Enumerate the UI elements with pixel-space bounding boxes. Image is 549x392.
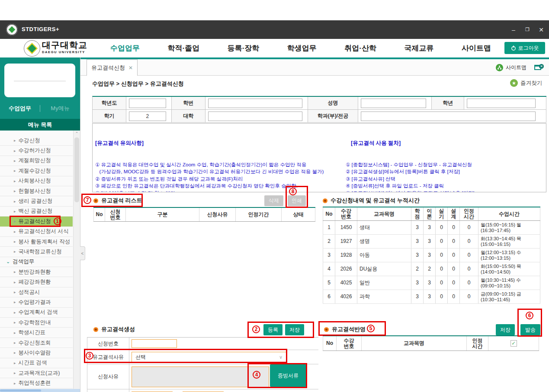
reason-label: 신청사유	[87, 364, 129, 389]
table-row[interactable]: 31928아동33000월(12:00~13:15) 수(12:00~13:15…	[323, 249, 540, 262]
close-all-tabs-icon[interactable]: ✕	[534, 64, 544, 71]
close-button[interactable]: ✕	[538, 26, 545, 33]
table-row[interactable]: 54025일반33000월(10:30~11:45) 수(09:00~10:15…	[323, 276, 540, 290]
sidebar-tab-work[interactable]: 수업업무	[0, 105, 40, 112]
nav-item-7[interactable]: 사이트맵	[462, 43, 491, 53]
nav-item-1[interactable]: 수업업무	[110, 43, 140, 53]
sidebar-item-label: 성적공시	[19, 289, 40, 296]
logout-button[interactable]: 로그아웃	[504, 42, 545, 54]
save-create-button[interactable]: 저장	[285, 324, 304, 335]
table-cell: 3	[411, 290, 424, 303]
minimize-button[interactable]: –	[510, 26, 517, 33]
favorites-label: 즐겨찾기	[520, 80, 542, 87]
favorites-button[interactable]: ★ 즐겨찾기	[510, 79, 542, 87]
select-all-column[interactable]: ✓	[488, 336, 539, 351]
sidebar-item-19[interactable]: ▸수강학점안내	[0, 318, 73, 328]
sidebar-item-23[interactable]: ▸시간표 검색	[0, 358, 73, 368]
nav-item-3[interactable]: 등록·장학	[228, 43, 260, 53]
maximize-button[interactable]: ❐	[524, 27, 531, 32]
name-input[interactable]	[361, 99, 426, 108]
table-cell: 0	[460, 249, 478, 262]
sidebar-item-13[interactable]: ⌄검색업무	[0, 257, 73, 267]
sidebar-item-2[interactable]: ▸수강허가신청	[0, 146, 73, 156]
reason-textarea[interactable]	[132, 367, 269, 387]
power-icon	[511, 45, 516, 51]
table-row[interactable]: 42026DU실용22000화(15:00~15:50) 목(14:00~14:…	[323, 262, 540, 276]
table-cell: 일반	[357, 276, 411, 290]
sidebar-item-11[interactable]: ▸봉사 활동계획서 작성	[0, 237, 73, 247]
department-input[interactable]	[361, 112, 536, 121]
sidebar-item-14[interactable]: ▸분반강좌현황	[0, 267, 73, 277]
notice-precautions-title: [유고결석 유의사항]	[95, 140, 344, 147]
tab-absence-application[interactable]: 유고결석신청 ✕	[87, 59, 138, 76]
university-logo[interactable]: 대구대학교 DAEGU UNIVERSITY	[42, 41, 87, 54]
column-header: 수강 번호	[335, 207, 357, 220]
annotation-circle-8: 8	[289, 188, 297, 195]
sidebar-item-label: 봉사 활동계획서 작성	[19, 238, 70, 245]
sidebar-item-21[interactable]: ▸수강신청조회	[0, 338, 73, 348]
sidebar-item-label: 봉사이수열람	[19, 349, 51, 357]
sidebar-item-1[interactable]: ▸수강신청	[0, 136, 73, 146]
save-apply-button[interactable]: 저장	[496, 324, 515, 335]
checkbox-checked-icon[interactable]: ✓	[510, 340, 517, 347]
sidebar-item-4[interactable]: ▸계절수강신청	[0, 166, 73, 176]
scroll-up-icon[interactable]: ⌃	[74, 131, 80, 137]
sidebar-item-24[interactable]: ▸교과목개요(교과)	[0, 368, 73, 378]
sidebar-item-5[interactable]: ▸사회봉사신청	[0, 176, 73, 186]
sidebar-item-22[interactable]: ▸봉사이수열람	[0, 348, 73, 358]
sidebar-tab-mymenu[interactable]: My메뉴	[40, 105, 80, 112]
nav-item-6[interactable]: 국제교류	[404, 43, 433, 53]
sidebar-item-15[interactable]: ▸폐강강좌현황	[0, 277, 73, 287]
grade-input[interactable]	[467, 99, 536, 108]
table-row[interactable]: 11450생태33000월(15:00~16:15) 월(16:30~17:45…	[323, 221, 540, 235]
sidebar-item-18[interactable]: ▸수업계획서 검색	[0, 308, 73, 318]
apply-table: No수강 번호교과목명인정 시간✓	[323, 335, 539, 351]
evidence-button[interactable]: 증빙서류	[270, 364, 306, 387]
sidebar-collapse-handle[interactable]: <	[80, 246, 85, 260]
university-name-en: DAEGU UNIVERSITY	[42, 51, 87, 54]
table-row[interactable]: 21927생명33000화(13:30~14:45) 목(15:00~16:15…	[323, 235, 540, 249]
print-button[interactable]: 인쇄	[288, 195, 306, 206]
sidebar-item-12[interactable]: ▸국내학점교류신청	[0, 247, 73, 257]
sidebar-item-3[interactable]: ▸계절희망신청	[0, 156, 73, 166]
sidebar-item-6[interactable]: ▸헌혈봉사신청	[0, 186, 73, 196]
sidebar-item-8[interactable]: ▸백신 공결신청	[0, 207, 73, 217]
sidebar-horizontal-scrollbar[interactable]	[0, 389, 80, 392]
application-no-input[interactable]	[132, 339, 177, 348]
sidebar-item-7[interactable]: ▸생리 공결신청	[0, 196, 73, 206]
table-cell: 금(09:00~10:15) 금(10:30~11:45)	[478, 290, 540, 303]
reason-type-select[interactable]: 선택 ∨	[132, 352, 286, 362]
sidebar-item-9[interactable]: ▸유고결석신청1	[0, 217, 73, 226]
delete-button[interactable]: 삭제	[264, 195, 283, 206]
sitemap-link[interactable]: 사이트맵	[496, 64, 527, 71]
sidebar-item-label: 수강허가신청	[19, 147, 51, 154]
table-cell: 0	[460, 221, 478, 234]
sidebar-item-10[interactable]: ▸유고결석신청서 서식	[0, 227, 73, 237]
scrollbar-thumb[interactable]	[74, 137, 79, 202]
procedure-line: ② [유고결석생성]메뉴에서 [등록]버튼 클릭 후 [저장]	[346, 168, 545, 175]
sidebar-item-25[interactable]: ▸취업적성훈련	[0, 378, 73, 388]
notice-procedure-title: [유고결석 사용 절차]	[346, 140, 545, 147]
sidebar-scrollbar[interactable]: ⌃	[73, 131, 80, 389]
nav-item-4[interactable]: 학생업무	[287, 43, 317, 53]
student-id-input[interactable]	[208, 99, 302, 108]
apply-title-text: 유고결석반영	[332, 325, 366, 333]
sidebar-item-16[interactable]: ▸성적공시	[0, 287, 73, 297]
semester-input[interactable]: 2	[129, 112, 166, 121]
table-row[interactable]: 64026과학33000금(09:00~10:15) 금(10:30~11:45…	[323, 290, 540, 304]
sidebar-item-label: 계절수강신청	[19, 167, 51, 175]
table-cell: 화(15:00~15:50) 목(14:00~14:50)	[478, 262, 540, 276]
table-cell: 1928	[335, 249, 357, 262]
nav-item-5[interactable]: 취업·산학	[344, 43, 376, 53]
sidebar-item-17[interactable]: ▸수업평가결과	[0, 297, 73, 307]
column-header: No	[323, 336, 337, 351]
college-input[interactable]	[208, 112, 302, 121]
enrollment-table: No수강 번호교과목명학 점이 론실 기설 계인정 시간수업시간11450생태3…	[323, 207, 540, 304]
nav-item-2[interactable]: 학적·졸업	[167, 43, 199, 53]
register-button[interactable]: 등록	[263, 324, 283, 335]
table-cell: 2	[424, 262, 436, 276]
year-input[interactable]	[129, 99, 166, 108]
sidebar-item-20[interactable]: ▸학생시간표	[0, 328, 73, 338]
send-button[interactable]: 발송	[520, 324, 540, 335]
tab-close-icon[interactable]: ✕	[128, 65, 133, 71]
